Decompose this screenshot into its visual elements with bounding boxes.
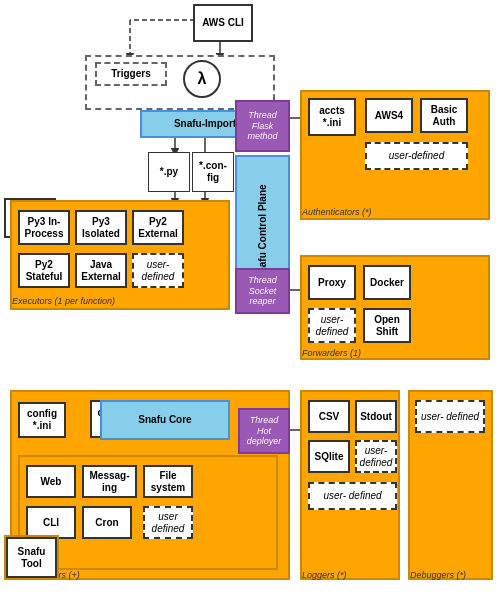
snafu-core-box: Snafu Core bbox=[100, 400, 230, 440]
user-defined-dbg-label: user- defined bbox=[421, 411, 479, 423]
aws4-label: AWS4 bbox=[375, 110, 403, 122]
config-files-box: *.con- fig bbox=[192, 152, 234, 192]
config-ini-box2: config *.ini bbox=[18, 402, 66, 438]
py3-isolated-box: Py3 Isolated bbox=[75, 210, 127, 245]
user-defined-fwd1-box: user- defined bbox=[308, 308, 356, 343]
py2-external-label: Py2 External bbox=[136, 216, 180, 240]
java-external-label: Java External bbox=[79, 259, 123, 283]
user-defined-dbg-box: user- defined bbox=[415, 400, 485, 433]
stdout-label: Stdout bbox=[360, 411, 392, 423]
forwarders-label: Forwarders (1) bbox=[302, 348, 361, 358]
user-defined-exec-label: user- defined bbox=[136, 259, 180, 283]
triggers-label: Triggers bbox=[111, 68, 150, 80]
file-system-box: File system bbox=[143, 465, 193, 498]
cron-box: Cron bbox=[82, 506, 132, 539]
snafu-control-plane-label: Snafu Control Plane bbox=[257, 185, 269, 281]
py-files-box: *.py bbox=[148, 152, 190, 192]
stdout-box: Stdout bbox=[355, 400, 397, 433]
basic-auth-label: Basic Auth bbox=[424, 104, 464, 128]
proxy-label: Proxy bbox=[318, 277, 346, 289]
user-defined-log2-label: user- defined bbox=[323, 490, 381, 502]
cron-label: Cron bbox=[95, 517, 118, 529]
snafu-core-label: Snafu Core bbox=[138, 414, 191, 426]
executors-label: Executors (1 per function) bbox=[12, 296, 115, 306]
thread-flask-box: Thread Flask method bbox=[235, 100, 290, 152]
web-label: Web bbox=[41, 476, 62, 488]
thread-hot-box: Thread Hot deployer bbox=[238, 408, 290, 454]
py2-stateful-box: Py2 Stateful bbox=[18, 253, 70, 288]
py3-isolated-label: Py3 Isolated bbox=[79, 216, 123, 240]
aws4-box: AWS4 bbox=[365, 98, 413, 133]
csv-label: CSV bbox=[319, 411, 340, 423]
thread-socket-box: Thread Socket reaper bbox=[235, 268, 290, 314]
open-shift-box: Open Shift bbox=[363, 308, 411, 343]
user-defined-conn-label: user defined bbox=[147, 511, 189, 535]
web-box: Web bbox=[26, 465, 76, 498]
csv-box: CSV bbox=[308, 400, 350, 433]
accts-ini-label: accts *.ini bbox=[312, 105, 352, 129]
user-defined-auth-box: user-defined bbox=[365, 142, 468, 170]
user-defined-log-box: user- defined bbox=[355, 440, 397, 473]
sqlite-box: SQlite bbox=[308, 440, 350, 473]
docker-box: Docker bbox=[363, 265, 411, 300]
config-files-label: *.con- fig bbox=[195, 160, 231, 184]
user-defined-conn-box: user defined bbox=[143, 506, 193, 539]
snafu-import-label: Snafu-Import bbox=[174, 118, 236, 130]
messaging-box: Messag- ing bbox=[82, 465, 137, 498]
file-system-label: File system bbox=[147, 470, 189, 494]
lambda-circle: λ bbox=[183, 60, 221, 98]
lambda-label: λ bbox=[198, 70, 207, 88]
thread-socket-label: Thread Socket reaper bbox=[239, 275, 286, 307]
user-defined-fwd1-label: user- defined bbox=[312, 314, 352, 338]
docker-label: Docker bbox=[370, 277, 404, 289]
py-files-label: *.py bbox=[160, 166, 178, 178]
py3-inprocess-box: Py3 In- Process bbox=[18, 210, 70, 245]
config-ini-label2: config *.ini bbox=[22, 408, 62, 432]
py3-inprocess-label: Py3 In- Process bbox=[22, 216, 66, 240]
triggers-box: Triggers bbox=[95, 62, 167, 86]
py2-stateful-label: Py2 Stateful bbox=[22, 259, 66, 283]
debuggers-label: Debuggers (*) bbox=[410, 570, 466, 580]
messaging-label: Messag- ing bbox=[86, 470, 133, 494]
thread-hot-label: Thread Hot deployer bbox=[242, 415, 286, 447]
sqlite-label: SQlite bbox=[315, 451, 344, 463]
proxy-box: Proxy bbox=[308, 265, 356, 300]
basic-auth-box: Basic Auth bbox=[420, 98, 468, 133]
authenticators-label: Authenticators (*) bbox=[302, 207, 372, 217]
cli-label: CLI bbox=[43, 517, 59, 529]
aws-cli-label: AWS CLI bbox=[202, 17, 244, 29]
aws-cli-box: AWS CLI bbox=[193, 4, 253, 42]
accts-ini-box: accts *.ini bbox=[308, 98, 356, 136]
open-shift-label: Open Shift bbox=[367, 314, 407, 338]
snafu-tool-label: Snafu Tool bbox=[10, 546, 53, 570]
snafu-tool-box: Snafu Tool bbox=[6, 537, 57, 578]
py2-external-box: Py2 External bbox=[132, 210, 184, 245]
user-defined-log-label: user- defined bbox=[359, 445, 393, 469]
diagram-container: AWS CLI Triggers λ Snafu-Import Thread F… bbox=[0, 0, 500, 606]
java-external-box: Java External bbox=[75, 253, 127, 288]
user-defined-auth-label: user-defined bbox=[389, 150, 444, 162]
user-defined-log2-box: user- defined bbox=[308, 482, 397, 510]
loggers-label: Loggers (*) bbox=[302, 570, 347, 580]
thread-flask-label: Thread Flask method bbox=[239, 110, 286, 142]
user-defined-exec-box: user- defined bbox=[132, 253, 184, 288]
